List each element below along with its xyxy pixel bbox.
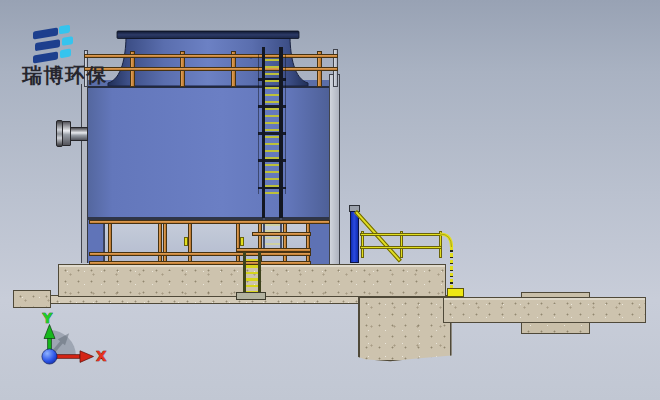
- logo-stripe-dark: [33, 28, 58, 40]
- platform-guardrail-top-rail[interactable]: [360, 233, 442, 237]
- pipe-flange-neck[interactable]: [70, 127, 88, 142]
- scaffold-post[interactable]: [108, 220, 112, 264]
- hose-end-block[interactable]: [447, 288, 464, 298]
- tower-right-corner-column[interactable]: [329, 74, 340, 265]
- brand-logo-text: 瑞博环保: [22, 62, 108, 89]
- access-ladder-rungs[interactable]: [246, 255, 258, 295]
- logo-stripe-cyan: [62, 36, 73, 46]
- scaffold-top-rail[interactable]: [89, 220, 330, 224]
- brand-logo: 瑞博环保: [0, 0, 130, 95]
- access-ladder-footing[interactable]: [236, 292, 266, 300]
- logo-stripe-cyan: [59, 25, 70, 35]
- right-foundation-beam[interactable]: [443, 297, 646, 323]
- scaffold-short-rail[interactable]: [236, 248, 311, 252]
- scaffold-post[interactable]: [158, 220, 162, 264]
- cad-viewport: Y X 瑞博环保: [0, 0, 660, 400]
- scaffold-toe-rail[interactable]: [89, 261, 311, 265]
- fan-stack-rim[interactable]: [117, 31, 299, 39]
- scaffold-short-rail[interactable]: [252, 232, 311, 236]
- y-axis-label: Y: [42, 310, 53, 326]
- hose-curve[interactable]: [438, 228, 458, 250]
- tower-left-wall-edge[interactable]: [81, 84, 88, 263]
- scaffold-mid-rail[interactable]: [89, 252, 311, 256]
- scaffold-clamp: [184, 237, 188, 246]
- ladder-rail-right[interactable]: [279, 47, 283, 218]
- platform-guardrail-mid-rail[interactable]: [360, 246, 442, 249]
- basin-right-panel[interactable]: [308, 220, 329, 265]
- orientation-triad[interactable]: Y X: [18, 298, 118, 380]
- logo-stripe-dark: [35, 39, 60, 51]
- deep-foundation-block[interactable]: [358, 296, 452, 362]
- scaffold-post[interactable]: [188, 220, 192, 264]
- hose-drop-dashed[interactable]: [450, 247, 453, 289]
- logo-stripe-cyan: [60, 48, 71, 58]
- tower-body-panel[interactable]: [88, 88, 331, 217]
- origin-ball[interactable]: [42, 349, 57, 364]
- scaffold-post[interactable]: [163, 220, 167, 264]
- brand-logo-mark-icon: [32, 22, 78, 65]
- scaffold-post[interactable]: [283, 220, 287, 264]
- scaffold-post[interactable]: [306, 220, 310, 264]
- ladder-rungs[interactable]: [265, 54, 279, 194]
- basin-left-leg[interactable]: [88, 220, 104, 263]
- x-axis-label: X: [96, 348, 107, 364]
- scaffold-clamp: [240, 237, 244, 246]
- access-ladder-rail-right[interactable]: [258, 252, 261, 297]
- platform-post[interactable]: [350, 211, 359, 263]
